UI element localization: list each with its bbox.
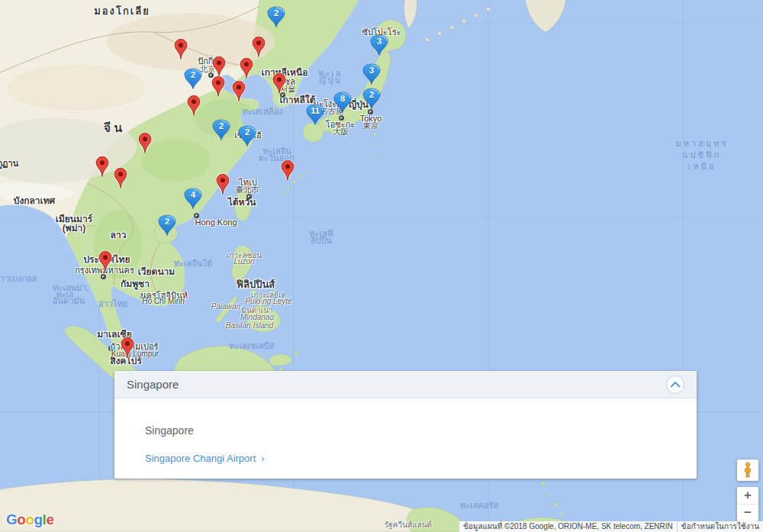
country-label: ภูฏาน xyxy=(0,160,18,168)
country-label: ไต้หวัน xyxy=(228,198,256,207)
map-cluster-marker[interactable]: 2 xyxy=(157,214,177,237)
zoom-control: + − xyxy=(737,487,758,521)
cluster-count-label: 2 xyxy=(362,90,382,99)
red-pin-icon xyxy=(137,132,153,155)
google-logo-letter: o xyxy=(25,511,34,527)
city-dot xyxy=(246,194,252,199)
red-pin-icon xyxy=(95,156,110,179)
cluster-count-label: 3 xyxy=(362,66,382,75)
island-label: Pulo ng Leyte xyxy=(245,298,291,305)
sea-label: ทะเลจีนใต้ xyxy=(174,260,212,268)
google-logo[interactable]: Google xyxy=(6,511,53,528)
map-pin-red[interactable] xyxy=(231,80,246,103)
city-sublabel: 大阪 xyxy=(333,128,349,136)
map-pin-red[interactable] xyxy=(280,160,295,182)
city-sublabel: 東京 xyxy=(363,122,378,130)
island-label: Palawan xyxy=(211,303,240,311)
map-cluster-marker[interactable]: 2 xyxy=(237,125,257,147)
place-name: Singapore xyxy=(145,424,194,437)
airport-link-label: Singapore Changi Airport xyxy=(145,453,256,464)
city-sublabel: Hồ Chí Minh xyxy=(142,298,185,305)
google-logo-letter: o xyxy=(17,511,25,527)
red-pin-icon xyxy=(186,95,201,118)
map-pin-red[interactable] xyxy=(173,38,188,61)
country-label: ฟิลิปปินส์ xyxy=(237,279,275,289)
cluster-count-label: 2 xyxy=(157,217,177,226)
place-info-panel: Singapore Singapore Singapore Changi Air… xyxy=(114,371,697,479)
country-label: (พม่า) xyxy=(63,224,86,233)
cluster-count-label: 2 xyxy=(183,70,203,79)
cluster-count-label: 3 xyxy=(369,37,389,46)
red-pin-icon xyxy=(239,57,254,80)
map-cluster-marker[interactable]: 3 xyxy=(369,34,389,56)
map-pin-red[interactable] xyxy=(120,337,135,360)
sea-label: อ่าวเบงกอล xyxy=(0,275,37,283)
red-pin-icon xyxy=(272,73,287,95)
country-label: กัมพูชา xyxy=(121,279,150,289)
island-label: Luzon xyxy=(233,258,254,266)
map-pin-red[interactable] xyxy=(113,167,128,190)
chevron-up-icon xyxy=(670,381,681,389)
map-pin-red[interactable] xyxy=(239,57,254,80)
country-label: ลาว xyxy=(111,231,127,240)
sea-label: เหนือ xyxy=(687,163,716,171)
pegman-icon xyxy=(742,462,753,479)
map-pin-red[interactable] xyxy=(211,76,226,98)
attribution-bar: ข้อมูลแผนที่ ©2018 Google, ORION-ME, SK … xyxy=(459,521,763,532)
sea-label: แปซิฟิก xyxy=(683,151,722,160)
sea-label: ทะเลเหลือง xyxy=(242,108,282,116)
zoom-in-button[interactable]: + xyxy=(737,487,758,504)
sea-label: อันดามัน xyxy=(53,297,85,305)
cluster-count-label: 2 xyxy=(237,127,257,137)
red-pin-icon xyxy=(251,36,266,59)
red-pin-icon xyxy=(231,80,246,103)
country-label: จีน xyxy=(104,122,125,134)
map[interactable]: ทะเลญี่ปุ่นทะเลเหลืองทะเลจีนตะวันออกทะเล… xyxy=(0,0,763,532)
red-pin-icon xyxy=(211,76,226,98)
country-label: มองโกเลีย xyxy=(94,6,150,16)
google-logo-letter: g xyxy=(34,511,43,527)
island-label: Mindanao xyxy=(240,314,274,321)
sea-label: ทะเลเซเลบีส xyxy=(229,342,274,350)
sea-label: ลิปปิน xyxy=(311,237,332,245)
red-pin-icon xyxy=(215,173,230,196)
city-label: Hong Kong xyxy=(195,218,237,227)
airport-link[interactable]: Singapore Changi Airport› xyxy=(145,453,265,464)
red-pin-icon xyxy=(120,337,135,360)
map-pin-red[interactable] xyxy=(215,173,230,196)
island-label: Basilan Island xyxy=(226,322,273,330)
cluster-count-label: 8 xyxy=(333,94,353,103)
map-pin-red[interactable] xyxy=(186,95,201,118)
map-cluster-marker[interactable]: 2 xyxy=(266,6,286,28)
map-cluster-marker[interactable]: 3 xyxy=(362,63,382,85)
sea-label: ทะเลคอรัล xyxy=(460,501,498,510)
map-pin-red[interactable] xyxy=(137,132,153,155)
cluster-count-label: 11 xyxy=(305,106,325,115)
cluster-count-label: 2 xyxy=(211,121,231,131)
map-cluster-marker[interactable]: 2 xyxy=(362,88,382,110)
sea-label: อ่าวไทย xyxy=(98,300,127,308)
red-pin-icon xyxy=(98,250,113,273)
panel-header: Singapore xyxy=(114,371,697,398)
collapse-panel-button[interactable] xyxy=(666,376,684,394)
map-cluster-marker[interactable]: 8 xyxy=(333,92,353,114)
map-cluster-marker[interactable]: 2 xyxy=(183,68,203,90)
google-logo-letter: e xyxy=(46,511,53,527)
terms-of-use-link[interactable]: ข้อกำหนดในการใช้งาน xyxy=(677,521,763,532)
red-pin-icon xyxy=(280,160,295,182)
map-cluster-marker[interactable]: 11 xyxy=(305,104,325,126)
map-data-attribution: ข้อมูลแผนที่ ©2018 Google, ORION-ME, SK … xyxy=(459,521,677,532)
map-pin-red[interactable] xyxy=(98,250,113,273)
map-cluster-marker[interactable]: 2 xyxy=(211,119,231,141)
street-view-pegman-button[interactable] xyxy=(737,459,758,481)
map-cluster-marker[interactable]: 4 xyxy=(183,188,203,210)
map-pin-red[interactable] xyxy=(251,36,266,59)
cluster-count-label: 4 xyxy=(183,190,203,199)
panel-title: Singapore xyxy=(127,378,179,391)
city-sublabel: Kuala Lumpur xyxy=(111,350,159,358)
map-pin-red[interactable] xyxy=(95,156,110,179)
map-pin-red[interactable] xyxy=(272,73,287,95)
zoom-out-button[interactable]: − xyxy=(737,505,758,521)
red-pin-icon xyxy=(113,167,128,190)
red-pin-icon xyxy=(173,38,188,61)
